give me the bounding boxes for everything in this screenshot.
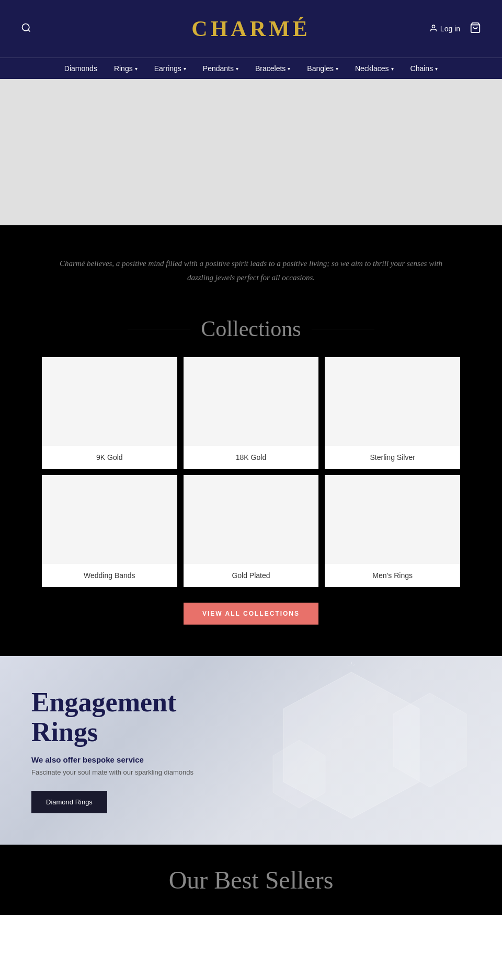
nav-item-chains[interactable]: Chains▾ [410,64,438,73]
collection-label-wedding-bands: Wedding Bands [42,564,177,587]
diamond-rings-button[interactable]: Diamond Rings [31,791,107,813]
collection-label-9k-gold: 9K Gold [42,446,177,469]
svg-line-1 [28,29,30,31]
collection-image-18k-gold [184,357,319,446]
svg-point-0 [22,24,29,30]
collections-title-wrap: Collections [42,316,460,341]
collection-image-mens-rings [325,475,460,564]
collection-label-gold-plated: Gold Plated [184,564,319,587]
engagement-background [201,656,502,845]
footer-script-text: Our Best Sellers [169,866,334,894]
main-nav: Diamonds Rings▾ Earrings▾ Pendants▾ Brac… [0,57,502,79]
search-icon[interactable] [21,22,31,36]
title-line-left [128,329,190,329]
collections-title: Collections [201,316,301,341]
collection-label-sterling-silver: Sterling Silver [325,446,460,469]
engagement-description: Fascinate your soul mate with our sparkl… [31,768,241,776]
engagement-title: Engagement Rings [31,687,241,747]
nav-item-rings[interactable]: Rings▾ [114,64,138,73]
svg-line-9 [353,664,356,666]
nav-item-earrings[interactable]: Earrings▾ [154,64,186,73]
cart-icon[interactable] [470,22,481,36]
collection-image-wedding-bands [42,475,177,564]
header-left [21,22,31,36]
chevron-down-icon: ▾ [184,66,186,72]
chevron-down-icon: ▾ [288,66,290,72]
chevron-down-icon: ▾ [435,66,438,72]
chevron-down-icon: ▾ [135,66,138,72]
collection-label-18k-gold: 18K Gold [184,446,319,469]
logo[interactable]: CHARMÉ [191,16,310,41]
collection-card-9k-gold[interactable]: 9K Gold [42,357,177,469]
nav-item-necklaces[interactable]: Necklaces▾ [355,64,394,73]
collection-card-gold-plated[interactable]: Gold Plated [184,475,319,587]
collection-label-mens-rings: Men's Rings [325,564,460,587]
collection-card-18k-gold[interactable]: 18K Gold [184,357,319,469]
chevron-down-icon: ▾ [236,66,238,72]
collection-image-sterling-silver [325,357,460,446]
quote-section: Charmé believes, a positive mind filled … [0,225,502,306]
user-icon [429,24,438,34]
view-all-wrap: VIEW ALL COLLECTIONS [42,603,460,625]
nav-item-pendants[interactable]: Pendants▾ [203,64,238,73]
title-line-right [312,329,374,329]
collections-section: Collections 9K Gold 18K Gold Sterling Si… [0,306,502,656]
chevron-down-icon: ▾ [336,66,338,72]
login-link[interactable]: Log in [429,24,460,34]
footer-teaser: Our Best Sellers [0,845,502,915]
collection-image-9k-gold [42,357,177,446]
header-right: Log in [429,22,481,36]
svg-point-2 [432,25,435,28]
chevron-down-icon: ▾ [391,66,394,72]
collections-grid: 9K Gold 18K Gold Sterling Silver Wedding… [42,357,460,587]
nav-item-bangles[interactable]: Bangles▾ [307,64,338,73]
nav-item-diamonds[interactable]: Diamonds [64,64,97,73]
nav-item-bracelets[interactable]: Bracelets▾ [255,64,290,73]
svg-line-8 [347,664,349,666]
collection-card-sterling-silver[interactable]: Sterling Silver [325,357,460,469]
collection-image-gold-plated [184,475,319,564]
header: CHARMÉ Log in [0,0,502,57]
quote-text: Charmé believes, a positive mind filled … [52,257,450,285]
engagement-section: Engagement Rings We also offer bespoke s… [0,656,502,845]
collection-card-wedding-bands[interactable]: Wedding Bands [42,475,177,587]
collection-card-mens-rings[interactable]: Men's Rings [325,475,460,587]
engagement-subtitle: We also offer bespoke service [31,755,241,764]
logo-area: CHARMÉ [191,16,310,41]
view-all-collections-button[interactable]: VIEW ALL COLLECTIONS [184,603,318,625]
engagement-content: Engagement Rings We also offer bespoke s… [31,687,241,813]
hero-banner [0,79,502,225]
